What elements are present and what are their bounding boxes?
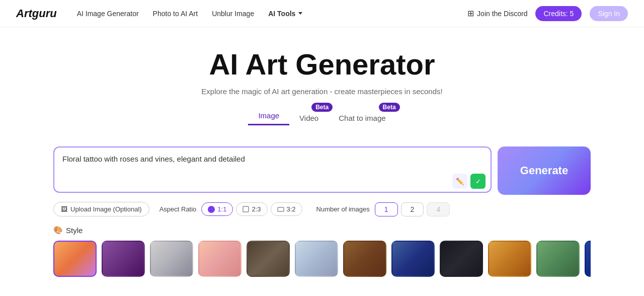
tab-image[interactable]: Image: [248, 107, 289, 125]
upload-icon: 🖼: [61, 205, 67, 213]
prompt-section: ✏️ ✓ Generate: [45, 146, 599, 195]
num-images-group: Number of images 1 2 4: [316, 202, 450, 216]
style-item-portrait[interactable]: [102, 241, 145, 277]
prompt-input[interactable]: [53, 146, 492, 193]
chat-beta-badge: Beta: [379, 103, 400, 112]
nav-links: AI Image Generator Photo to AI Art Unblu…: [77, 10, 451, 18]
aspect-2-3-icon: [243, 206, 249, 212]
aspect-ratio-group: Aspect Ratio 1:1 2:3 3:2: [159, 202, 302, 216]
style-item-landscape[interactable]: [488, 241, 531, 277]
hero-title: AI Art Generator: [8, 47, 636, 81]
discord-link[interactable]: ⊞ Join the Discord: [467, 9, 527, 18]
style-grid: [53, 241, 591, 279]
style-item-realistic[interactable]: [150, 241, 193, 277]
nav-ai-tools[interactable]: AI Tools: [268, 10, 302, 18]
num-2-button[interactable]: 2: [401, 202, 424, 216]
nav-unblur-image[interactable]: Unblur Image: [212, 10, 254, 18]
style-palette-icon: 🎨: [53, 226, 63, 235]
brush-icon-button[interactable]: ✏️: [452, 174, 467, 189]
nav-right: ⊞ Join the Discord Credits: 5 Sign In: [467, 6, 628, 21]
aspect-2-3-button[interactable]: 2:3: [236, 202, 267, 216]
tab-chat-to-image[interactable]: Beta Chat to image: [329, 106, 395, 126]
num-1-button[interactable]: 1: [375, 202, 398, 216]
style-item-cottage[interactable]: [536, 241, 580, 277]
ai-tools-chevron-icon: [298, 12, 302, 15]
aspect-3-2-button[interactable]: 3:2: [271, 202, 302, 216]
credits-button[interactable]: Credits: 5: [535, 6, 582, 21]
aspect-1-1-button[interactable]: 1:1: [201, 202, 233, 216]
tabs-row: Image Beta Video Beta Chat to image: [8, 106, 636, 126]
generate-button[interactable]: Generate: [498, 146, 591, 195]
hero-subtitle: Explore the magic of AI art generation -…: [8, 87, 636, 96]
num-4-button: 4: [427, 202, 450, 216]
style-item-animal[interactable]: [247, 241, 290, 277]
style-item-default[interactable]: [53, 241, 97, 277]
confirm-icon-button[interactable]: ✓: [470, 174, 486, 189]
style-item-dark[interactable]: [440, 241, 483, 277]
upload-image-button[interactable]: 🖼 Upload Image (Optional): [53, 202, 149, 216]
style-section: 🎨 Style: [45, 226, 599, 279]
style-header: 🎨 Style: [53, 226, 591, 235]
aspect-3-2-icon: [277, 207, 284, 212]
hero-section: AI Art Generator Explore the magic of AI…: [0, 27, 644, 138]
style-item-impressionist[interactable]: [585, 241, 591, 277]
nav-ai-image-generator[interactable]: AI Image Generator: [77, 10, 139, 18]
logo[interactable]: Artguru: [16, 7, 57, 20]
signin-button[interactable]: Sign In: [590, 6, 628, 21]
controls-row: 🖼 Upload Image (Optional) Aspect Ratio 1…: [45, 202, 599, 216]
nav-photo-to-ai-art[interactable]: Photo to AI Art: [153, 10, 198, 18]
tab-video[interactable]: Beta Video: [289, 106, 329, 126]
style-item-anime[interactable]: [198, 241, 242, 277]
navbar: Artguru AI Image Generator Photo to AI A…: [0, 0, 644, 27]
discord-icon: ⊞: [467, 9, 474, 18]
style-item-sci-fi[interactable]: [391, 241, 435, 277]
style-item-character[interactable]: [343, 241, 386, 277]
style-item-fantasy[interactable]: [295, 241, 338, 277]
aspect-1-1-dot-icon: [208, 206, 215, 213]
prompt-icon-bar: ✏️ ✓: [452, 174, 486, 189]
